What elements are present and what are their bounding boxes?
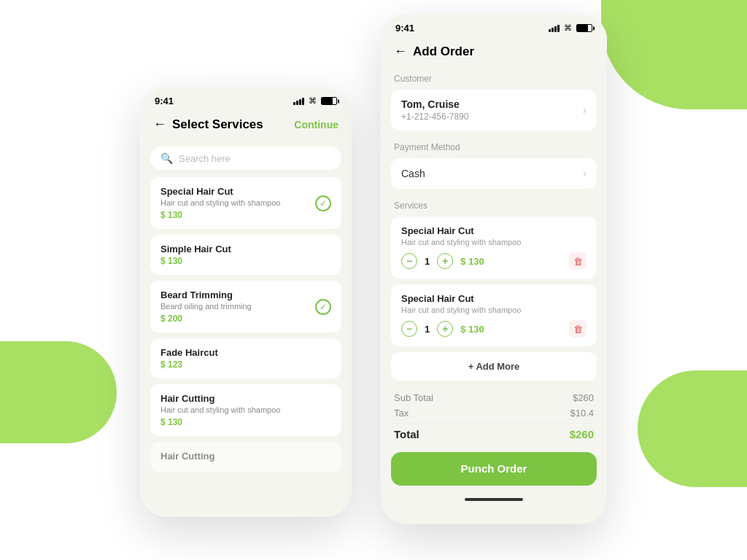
- wifi-icon: ⌘: [564, 23, 572, 33]
- add-more-button[interactable]: + Add More: [391, 352, 597, 381]
- right-status-bar: 9:41 ⌘: [381, 14, 607, 39]
- service-list: Special Hair Cut Hair cut and styling wi…: [140, 177, 352, 478]
- services-section-label: Services: [381, 195, 607, 214]
- tax-value: $10.4: [570, 408, 594, 419]
- qty-increase-button[interactable]: +: [437, 253, 453, 269]
- service-price: $ 200: [160, 314, 309, 324]
- qty-decrease-button[interactable]: −: [401, 321, 417, 337]
- qty-value: 1: [425, 256, 430, 267]
- qty-value: 1: [425, 324, 430, 335]
- service-desc: Beard oiling and trimming: [160, 302, 309, 311]
- add-more-label: + Add More: [468, 361, 520, 372]
- total-value: $260: [570, 428, 594, 440]
- right-status-time: 9:41: [395, 23, 414, 34]
- qty-decrease-button[interactable]: −: [401, 253, 417, 269]
- customer-section-label: Customer: [381, 68, 607, 87]
- service-name: Simple Hair Cut: [160, 244, 331, 254]
- tax-label: Tax: [394, 408, 409, 419]
- left-header-title: Select Services: [172, 117, 263, 132]
- payment-value: Cash: [401, 168, 425, 179]
- wifi-icon: ⌘: [309, 96, 317, 106]
- list-item[interactable]: Special Hair Cut Hair cut and styling wi…: [150, 177, 341, 229]
- sub-total-label: Sub Total: [394, 392, 433, 403]
- left-status-bar: 9:41 ⌘: [140, 87, 352, 112]
- left-status-icons: ⌘: [293, 96, 337, 106]
- order-service-desc: Hair cut and styling with shampoo: [401, 238, 587, 246]
- signal-bars-icon: [293, 98, 304, 105]
- right-header-title: Add Order: [413, 44, 474, 59]
- list-item[interactable]: Beard Trimming Beard oiling and trimming…: [150, 281, 341, 332]
- service-desc: Hair cut and styling with shampoo: [160, 198, 309, 207]
- order-service-name: Special Hair Cut: [401, 225, 587, 236]
- qty-increase-button[interactable]: +: [437, 321, 453, 337]
- customer-card[interactable]: Tom, Cruise +1-212-456-7890 ›: [391, 90, 597, 131]
- left-app-header: ← Select Services Continue: [140, 112, 352, 141]
- list-item[interactable]: Hair Cutting: [150, 442, 341, 472]
- list-item[interactable]: Hair Cutting Hair cut and styling with s…: [150, 384, 341, 436]
- search-input[interactable]: Search here: [179, 153, 231, 164]
- battery-icon: [321, 97, 337, 105]
- continue-button[interactable]: Continue: [294, 119, 338, 131]
- service-name: Fade Haircut: [160, 347, 331, 358]
- service-price: $ 130: [160, 210, 309, 220]
- right-back-button[interactable]: ←: [394, 44, 407, 59]
- service-price: $ 123: [160, 359, 331, 370]
- delete-service-button[interactable]: 🗑: [569, 320, 587, 338]
- right-status-icons: ⌘: [549, 23, 592, 33]
- left-back-button[interactable]: ←: [153, 117, 166, 132]
- right-phone: 9:41 ⌘ ← Add: [381, 14, 607, 524]
- payment-section-label: Payment Method: [381, 136, 607, 155]
- order-service-name: Special Hair Cut: [401, 293, 587, 304]
- service-name: Special Hair Cut: [160, 186, 309, 197]
- service-price: $ 130: [160, 417, 331, 427]
- order-service-card: Special Hair Cut Hair cut and styling wi…: [391, 284, 597, 346]
- order-service-desc: Hair cut and styling with shampoo: [401, 306, 587, 314]
- total-label: Total: [394, 428, 419, 440]
- signal-bars-icon: [549, 25, 560, 32]
- battery-icon: [576, 24, 592, 32]
- phones-container: 9:41 ⌘ ← Select Services Continue: [0, 0, 747, 560]
- punch-order-button[interactable]: Punch Order: [391, 452, 597, 486]
- order-item-price: $ 130: [460, 256, 484, 267]
- customer-name: Tom, Cruise: [401, 98, 468, 110]
- search-icon: 🔍: [160, 152, 173, 164]
- home-indicator: [381, 493, 607, 506]
- search-bar[interactable]: 🔍 Search here: [150, 147, 341, 170]
- service-desc: Hair cut and styling with shampoo: [160, 405, 331, 414]
- service-name: Hair Cutting: [160, 451, 331, 462]
- order-item-price: $ 130: [460, 324, 484, 335]
- customer-phone: +1-212-456-7890: [401, 112, 468, 122]
- left-phone: 9:41 ⌘ ← Select Services Continue: [140, 87, 352, 517]
- right-phone-body: 9:41 ⌘ ← Add: [381, 14, 607, 524]
- home-bar: [465, 498, 523, 501]
- right-app-header: ← Add Order: [381, 39, 607, 68]
- chevron-right-icon: ›: [583, 167, 587, 180]
- service-price: $ 130: [160, 256, 331, 266]
- order-summary: Sub Total $260 Tax $10.4 Total $260: [381, 388, 607, 446]
- selected-icon: ✓: [315, 195, 331, 211]
- selected-icon: ✓: [315, 299, 331, 315]
- service-name: Beard Trimming: [160, 289, 309, 300]
- sub-total-value: $260: [573, 392, 594, 403]
- chevron-right-icon: ›: [583, 104, 587, 117]
- order-service-card: Special Hair Cut Hair cut and styling wi…: [391, 217, 597, 279]
- service-name: Hair Cutting: [160, 393, 331, 404]
- payment-card[interactable]: Cash ›: [391, 158, 597, 189]
- punch-order-label: Punch Order: [461, 462, 527, 475]
- left-status-time: 9:41: [155, 96, 174, 106]
- list-item[interactable]: Simple Hair Cut $ 130: [150, 235, 341, 275]
- list-item[interactable]: Fade Haircut $ 123: [150, 338, 341, 378]
- delete-service-button[interactable]: 🗑: [569, 252, 587, 270]
